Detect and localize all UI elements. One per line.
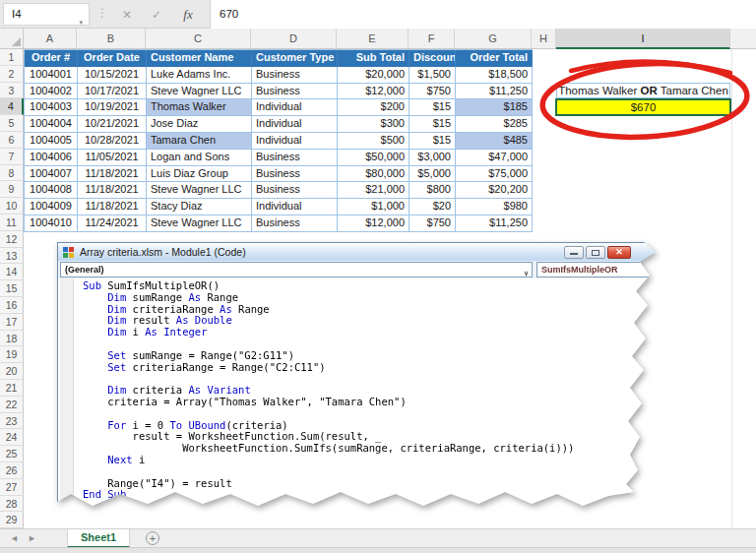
row-header-25[interactable]: 25 (0, 446, 24, 462)
row-header-29[interactable]: 29 (0, 512, 24, 528)
row-header-21[interactable]: 21 (0, 380, 24, 397)
cell[interactable]: $12,000 (338, 84, 410, 100)
enter-button[interactable]: ✓ (144, 5, 169, 25)
row-header-8[interactable]: 8 (0, 165, 24, 182)
row-header-17[interactable]: 17 (0, 314, 24, 331)
cell[interactable]: Individual (252, 199, 338, 215)
column-header-G[interactable]: G (455, 29, 532, 48)
close-button[interactable]: ✕ (607, 246, 631, 259)
cell[interactable]: 10/15/2021 (78, 67, 147, 84)
tab-scroll-left-icon[interactable]: ◄ (10, 533, 19, 543)
cell[interactable]: $15 (410, 99, 456, 116)
add-sheet-button[interactable]: + (146, 531, 159, 545)
cell[interactable]: Thomas Walker (147, 99, 252, 116)
cell[interactable]: Business (252, 84, 338, 100)
cell[interactable]: $20,000 (338, 67, 410, 84)
cell[interactable]: Individual (252, 116, 338, 133)
cell[interactable]: Steve Wagner LLC (147, 182, 252, 199)
vba-title-bar[interactable]: Array criteria.xlsm - Module1 (Code) ✕ (58, 243, 661, 261)
row-header-7[interactable]: 7 (0, 149, 24, 165)
row-header-27[interactable]: 27 (0, 479, 24, 496)
row-header-23[interactable]: 23 (0, 413, 24, 430)
row-header-1[interactable]: 1 (0, 49, 24, 66)
cell[interactable]: $20,200 (456, 182, 533, 199)
row-header-24[interactable]: 24 (0, 429, 24, 446)
cell[interactable]: 10/17/2021 (78, 84, 147, 100)
cell[interactable]: 1004001 (25, 67, 78, 84)
formula-input[interactable]: 670 (210, 0, 756, 29)
column-header-I[interactable]: I (556, 29, 730, 49)
cell[interactable]: Business (252, 182, 338, 199)
row-header-20[interactable]: 20 (0, 363, 24, 380)
header-cell[interactable]: Customer Name (147, 50, 252, 67)
cell[interactable]: $500 (338, 133, 410, 150)
object-dropdown[interactable]: (General)∨ (60, 262, 533, 277)
row-header-14[interactable]: 14 (0, 264, 24, 280)
column-header-B[interactable]: B (77, 29, 146, 48)
minimize-button[interactable] (564, 246, 584, 259)
row-header-13[interactable]: 13 (0, 248, 24, 265)
cell[interactable]: Luis Diaz Group (147, 166, 252, 183)
cell[interactable]: Business (252, 166, 338, 183)
header-cell[interactable]: Customer Type (252, 50, 338, 67)
cell[interactable]: 1004010 (25, 215, 78, 232)
tab-scroll-right-icon[interactable]: ► (28, 533, 36, 543)
cell[interactable]: $800 (410, 182, 456, 199)
cell[interactable]: 11/05/2021 (78, 150, 147, 166)
row-header-15[interactable]: 15 (0, 280, 24, 297)
cell[interactable]: 1004005 (25, 133, 78, 150)
cell[interactable]: 1004004 (25, 116, 78, 133)
cell[interactable]: $485 (456, 133, 533, 150)
row-header-28[interactable]: 28 (0, 496, 24, 513)
row-header-19[interactable]: 19 (0, 346, 24, 363)
row-header-10[interactable]: 10 (0, 198, 24, 215)
cell[interactable]: $12,000 (338, 215, 410, 232)
row-header-22[interactable]: 22 (0, 397, 24, 413)
cell[interactable]: Business (252, 67, 338, 84)
maximize-button[interactable] (586, 246, 605, 259)
cell[interactable]: 10/28/2021 (78, 133, 147, 150)
column-header-A[interactable]: A (24, 29, 77, 48)
cell[interactable]: 10/21/2021 (78, 116, 147, 133)
insert-function-button[interactable]: fx (175, 5, 201, 25)
row-header-26[interactable]: 26 (0, 462, 24, 479)
cell[interactable]: 11/18/2021 (78, 199, 147, 215)
cell[interactable]: $18,500 (456, 67, 533, 84)
cell[interactable]: $11,250 (456, 215, 533, 232)
cell[interactable]: $21,000 (338, 182, 410, 199)
cell[interactable]: 10/19/2021 (78, 99, 147, 116)
column-header-H[interactable]: H (532, 29, 556, 48)
column-header-C[interactable]: C (146, 29, 251, 48)
cell[interactable]: $50,000 (338, 150, 410, 166)
cell[interactable]: 1004006 (25, 150, 78, 166)
cell[interactable]: $300 (338, 116, 410, 133)
row-header-18[interactable]: 18 (0, 331, 24, 347)
cell[interactable]: Stacy Diaz (147, 199, 252, 215)
cell[interactable]: 11/18/2021 (78, 182, 147, 199)
cell[interactable]: Jose Diaz (147, 116, 252, 133)
cell[interactable]: Logan and Sons (147, 150, 252, 166)
cell[interactable]: Tamara Chen (147, 133, 252, 150)
cell[interactable]: $285 (456, 116, 533, 133)
column-header-E[interactable]: E (337, 29, 409, 48)
procedure-dropdown[interactable]: SumIfsMultipleOR (536, 262, 657, 277)
cell[interactable]: Individual (252, 99, 338, 116)
cell[interactable]: $3,000 (410, 150, 456, 166)
header-cell[interactable]: Order Date (78, 50, 147, 67)
header-cell[interactable]: Sub Total (338, 50, 410, 67)
cell[interactable]: Steve Wagner LLC (147, 84, 252, 100)
cell[interactable]: $15 (410, 133, 456, 150)
cell[interactable]: $15 (410, 116, 456, 133)
cell[interactable]: $11,250 (456, 84, 533, 100)
row-header-9[interactable]: 9 (0, 181, 24, 198)
cell[interactable]: 1004003 (25, 99, 78, 116)
cell[interactable]: $20 (410, 199, 456, 215)
column-header-D[interactable]: D (251, 29, 337, 48)
row-header-6[interactable]: 6 (0, 132, 24, 149)
cell[interactable]: $47,000 (456, 150, 533, 166)
cell[interactable]: $1,000 (338, 199, 410, 215)
cell[interactable]: 1004007 (25, 166, 78, 183)
cell[interactable]: $750 (410, 84, 456, 100)
criteria-cell-I3[interactable]: Thomas Walker OR Tamara Chen (556, 83, 730, 99)
cell[interactable]: 1004008 (25, 182, 78, 199)
